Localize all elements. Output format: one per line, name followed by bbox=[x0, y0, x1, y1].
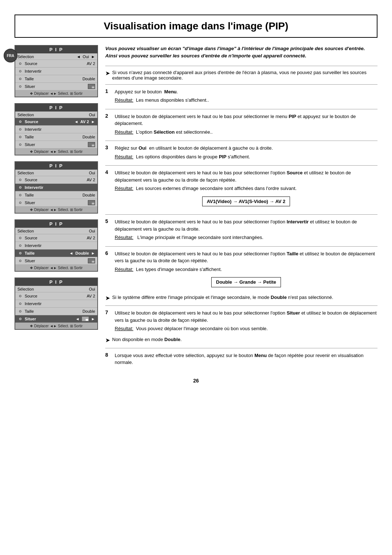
step-5-number: 5 bbox=[105, 218, 111, 243]
source-icon-4: ⊙ bbox=[17, 235, 23, 241]
panel-5-row-0: Sélection Oui bbox=[15, 286, 97, 292]
step-7-note: ➤ Non disponible en mode Double. bbox=[105, 337, 377, 344]
source-icon-2: ⊙ bbox=[17, 119, 23, 125]
panel-2-label-3: Taille bbox=[25, 135, 82, 139]
panel-3-label-2: Intervertir bbox=[25, 185, 95, 190]
step-3-number: 3 bbox=[105, 145, 111, 162]
panel-5-value-0: Oui bbox=[89, 287, 95, 291]
panel-1-value-3: Double bbox=[82, 77, 95, 81]
step-4-result: Résultat: Les sources externes d'image s… bbox=[115, 185, 377, 192]
step-7: 7 Utilisez le bouton de déplacement vers… bbox=[105, 309, 377, 334]
panel-4-row-0: Sélection Oui bbox=[15, 228, 97, 234]
panel-4-value-3: ◄ Double ► bbox=[69, 251, 95, 255]
divider-5 bbox=[105, 214, 377, 215]
panel-5-label-4: Situer bbox=[25, 317, 75, 321]
intro-text: Vous pouvez visualiser un écran "d'image… bbox=[105, 45, 377, 60]
panel-3-value-0: Oui bbox=[89, 171, 95, 175]
panel-4-value-0: Oui bbox=[89, 229, 95, 233]
chevron-icon-7: ➤ bbox=[105, 337, 110, 344]
menu-panel-5: P I P Sélection Oui ⊙ Source AV 2 ⊙ Inte… bbox=[15, 278, 98, 330]
step-1-number: 1 bbox=[105, 88, 111, 105]
divider-7 bbox=[105, 305, 377, 306]
panel-4-label-3: Taille bbox=[25, 251, 69, 255]
step-3-result: Résultat: Les options disponibles dans l… bbox=[115, 153, 377, 161]
step-3-content: Réglez sur Oui en utilisant le bouton de… bbox=[115, 145, 377, 162]
panel-2-value-0: Oui bbox=[89, 113, 95, 117]
panel-1-row-3: ⊙ Taille Double bbox=[15, 75, 97, 83]
page: Visualisation image dans l'image (PIP) F… bbox=[0, 15, 392, 555]
panel-1-title: P I P bbox=[15, 46, 97, 53]
step-6-result: Résultat: Les types d'image secondaire s… bbox=[115, 266, 377, 273]
panel-1-footer: ❖ Déplacer ◄► Sélect. ⊞ Sortir bbox=[15, 90, 97, 97]
step-4-text: Utilisez le bouton de déplacement vers l… bbox=[115, 169, 377, 183]
panel-4-value-1: AV 2 bbox=[87, 236, 95, 240]
panel-1-label-3: Taille bbox=[25, 77, 82, 81]
taille-icon-5: ⊙ bbox=[17, 308, 23, 314]
panel-2-row-1: ⊙ Source ◄ AV 2 ► bbox=[15, 118, 97, 126]
panel-4-title: P I P bbox=[15, 220, 97, 228]
intervertir-icon-2: ⊙ bbox=[17, 126, 23, 132]
step-6-note: ➤ Si le système diffère entre l'image pr… bbox=[105, 295, 377, 302]
panel-4-row-1: ⊙ Source AV 2 bbox=[15, 234, 97, 242]
left-column: FRA P I P Sélection ◄ Oui ► ⊙ Source AV … bbox=[15, 45, 98, 370]
intervertir-icon-3: ⊙ bbox=[17, 185, 23, 190]
panel-3-label-3: Taille bbox=[25, 193, 82, 197]
panel-1-value-0: ◄ Oui ► bbox=[77, 54, 95, 59]
panel-1-row-1: ⊙ Source AV 2 bbox=[15, 60, 97, 68]
step-5-text: Utilisez le bouton de déplacement vers l… bbox=[115, 218, 377, 232]
panel-4-value-4 bbox=[88, 258, 95, 263]
panel-5-value-3: Double bbox=[82, 309, 95, 313]
panel-5-value-4: ◄ ► bbox=[75, 316, 95, 321]
panel-2-value-4 bbox=[88, 142, 95, 147]
panel-4-footer: ❖ Déplacer ◄► Sélect. ⊞ Sortir bbox=[15, 265, 97, 271]
panel-2-label-2: Intervertir bbox=[25, 127, 95, 131]
step-6-text: Utilisez le bouton de déplacement vers l… bbox=[115, 250, 377, 264]
panel-5-title: P I P bbox=[15, 278, 97, 286]
panel-2-row-4: ⊙ Situer bbox=[15, 141, 97, 149]
divider-8 bbox=[105, 348, 377, 348]
taille-icon-1: ⊙ bbox=[17, 76, 23, 82]
panel-5-row-3: ⊙ Taille Double bbox=[15, 308, 97, 315]
panel-4-row-4: ⊙ Situer bbox=[15, 257, 97, 265]
panel-4-label-2: Intervertir bbox=[25, 243, 95, 248]
panel-1-row-4: ⊙ Situer bbox=[15, 83, 97, 90]
taille-icon-3: ⊙ bbox=[17, 192, 23, 198]
panel-3-value-3: Double bbox=[82, 193, 95, 197]
step-2-number: 2 bbox=[105, 113, 111, 137]
formula-6-box: Double → Grande → Petite bbox=[211, 277, 281, 287]
panel-3-footer: ❖ Déplacer ◄► Sélect. ⊞ Sortir bbox=[15, 207, 97, 213]
panel-2-title: P I P bbox=[15, 104, 97, 112]
menu-panel-3: P I P Sélection Oui ⊙ Source AV 2 ⊙ Inte… bbox=[15, 161, 98, 214]
panel-3-row-0: Sélection Oui bbox=[15, 170, 97, 176]
panel-5-label-0: Sélection bbox=[17, 287, 89, 291]
panel-5-footer: ❖ Déplacer ◄► Sélect. ⊞ Sortir bbox=[15, 323, 97, 329]
panel-5-row-2: ⊙ Intervertir bbox=[15, 300, 97, 308]
step-8-content: Lorsque vous avez effectué votre sélecti… bbox=[115, 352, 377, 368]
step-8-number: 8 bbox=[105, 352, 111, 368]
divider-3 bbox=[105, 141, 377, 141]
step-5: 5 Utilisez le bouton de déplacement vers… bbox=[105, 218, 377, 243]
step-6: 6 Utilisez le bouton de déplacement vers… bbox=[105, 250, 377, 292]
step-4-number: 4 bbox=[105, 169, 111, 211]
situer-icon-2: ⊙ bbox=[17, 142, 23, 147]
menu-panel-4: P I P Sélection Oui ⊙ Source AV 2 ⊙ Inte… bbox=[15, 219, 98, 272]
panel-2-row-0: Sélection Oui bbox=[15, 112, 97, 118]
divider-4 bbox=[105, 165, 377, 166]
step-4-content: Utilisez le bouton de déplacement vers l… bbox=[115, 169, 377, 211]
page-title: Visualisation image dans l'image (PIP) bbox=[23, 20, 369, 32]
step-2-content: Utilisez le bouton de déplacement vers l… bbox=[115, 113, 377, 137]
step-5-content: Utilisez le bouton de déplacement vers l… bbox=[115, 218, 377, 243]
panel-3-value-4 bbox=[88, 200, 95, 205]
panel-4-row-3: ⊙ Taille ◄ Double ► bbox=[15, 250, 97, 257]
panel-4-row-2: ⊙ Intervertir bbox=[15, 242, 97, 250]
step-1-text: Appuyez sur le bouton Menu. bbox=[115, 88, 377, 96]
panel-3-label-0: Sélection bbox=[17, 171, 89, 175]
formula-6: Double → Grande → Petite bbox=[115, 275, 377, 289]
page-number: 26 bbox=[0, 378, 392, 384]
pre-step-note: ➤ Si vous n'avez pas connecté d'appareil… bbox=[105, 70, 377, 81]
panel-1-value-4 bbox=[88, 84, 95, 89]
step-7-note-text: Non disponible en mode Double. bbox=[112, 337, 182, 342]
intervertir-icon-5: ⊙ bbox=[17, 301, 23, 307]
step-6-content: Utilisez le bouton de déplacement vers l… bbox=[115, 250, 377, 292]
page-header: Visualisation image dans l'image (PIP) bbox=[15, 15, 377, 38]
